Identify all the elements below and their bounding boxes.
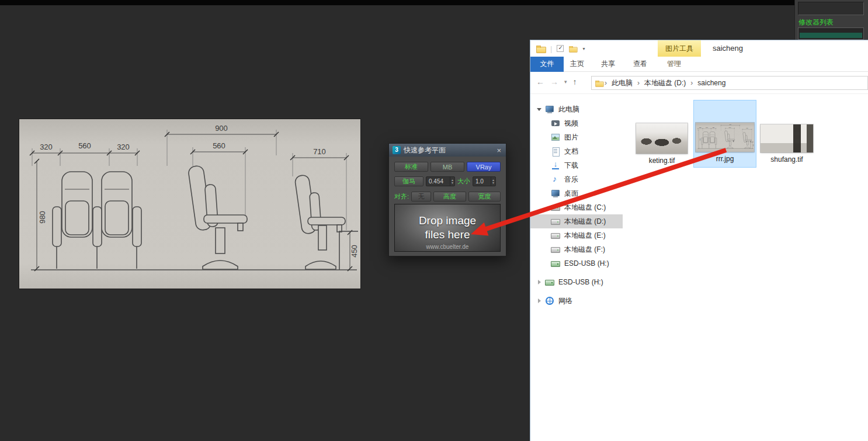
desktop-icon <box>551 189 560 198</box>
breadcrumb-drive-d[interactable]: 本地磁盘 (D:) <box>640 78 690 88</box>
tab-manage[interactable]: 管理 <box>662 57 686 72</box>
file-item-shufang[interactable]: shufang.tif <box>761 124 813 164</box>
gamma-value: 0.454 <box>429 178 450 185</box>
spinner-arrows-icon[interactable]: ▴▾ <box>450 177 454 186</box>
dialog-titlebar[interactable]: 3 快速参考平面 × <box>389 144 506 157</box>
modifier-stack-row[interactable] <box>800 33 862 38</box>
quick-access-toolbar: | ✓ ▾ <box>536 40 585 57</box>
file-item-keting[interactable]: keting.tif <box>636 123 688 165</box>
sidebar-label: 音乐 <box>564 175 578 185</box>
sidebar-item-disk-e[interactable]: 本地磁盘 (E:) <box>530 228 623 242</box>
music-icon <box>551 175 560 184</box>
size-spinner[interactable]: 1.0 ▴▾ <box>473 176 496 186</box>
gamma-spinner[interactable]: 0.454 ▴▾ <box>426 176 455 186</box>
tab-share[interactable]: 共享 <box>596 57 620 72</box>
tab-view[interactable]: 查看 <box>629 57 652 72</box>
disk-icon <box>551 245 560 254</box>
file-thumbnail <box>636 123 688 154</box>
sidebar-item-downloads[interactable]: 下载 <box>530 158 623 172</box>
sidebar-label: 本地磁盘 (E:) <box>564 231 606 241</box>
picture-tools-tab[interactable]: 图片工具 <box>658 40 701 57</box>
network-icon <box>545 296 554 305</box>
sidebar-item-disk-d[interactable]: 本地磁盘 (D:) <box>530 214 623 228</box>
file-name: rrr.jpg <box>716 155 734 163</box>
close-icon[interactable]: × <box>495 146 502 155</box>
sidebar-item-music[interactable]: 音乐 <box>530 172 623 186</box>
sidebar-label: ESD-USB (H:) <box>564 259 609 268</box>
drop-zone[interactable]: Drop image files here www.cbuelter.de <box>394 204 501 252</box>
back-button[interactable]: ← <box>536 77 544 86</box>
sidebar-label: 文档 <box>564 147 578 157</box>
drop-zone-text: Drop image files here <box>419 214 476 242</box>
gamma-button[interactable]: 伽马 <box>394 176 423 186</box>
address-row: ← → ▾ ↑ › 此电脑 › 本地磁盘 (D:) › saicheng <box>530 72 868 94</box>
sidebar-item-this-pc[interactable]: 此电脑 <box>530 102 623 116</box>
folder-icon <box>595 79 603 86</box>
address-bar[interactable]: › 此电脑 › 本地磁盘 (D:) › saicheng <box>591 76 868 90</box>
desktop-top-strip <box>0 0 794 5</box>
modifier-list-label: 修改器列表 <box>798 18 834 27</box>
qat-dropdown-icon[interactable]: ▾ <box>582 46 585 51</box>
disk-icon <box>551 203 560 212</box>
history-dropdown-icon[interactable]: ▾ <box>564 79 567 85</box>
navigation-pane: 此电脑 视频 图片 文档 下载 音乐 桌面 本地磁盘 (C:) <box>530 94 623 441</box>
sidebar-item-pictures[interactable]: 图片 <box>530 130 623 144</box>
mb-button[interactable]: MB <box>430 162 464 172</box>
download-icon <box>551 161 560 170</box>
align-none-button[interactable]: 无 <box>411 192 431 202</box>
usb-drive-icon <box>545 277 554 287</box>
forward-button[interactable]: → <box>550 77 558 86</box>
expander-icon[interactable] <box>537 107 542 112</box>
sidebar-label: 图片 <box>564 133 578 143</box>
checkbox-icon[interactable]: ✓ <box>557 45 564 52</box>
sidebar-label: ESD-USB (H:) <box>558 278 603 286</box>
up-button[interactable]: ↑ <box>573 77 577 86</box>
max-name-field[interactable] <box>798 2 864 15</box>
sidebar-item-usb-h[interactable]: ESD-USB (H:) <box>530 256 623 270</box>
folder-icon[interactable] <box>570 45 578 51</box>
align-width-button[interactable]: 宽度 <box>468 192 501 202</box>
file-thumbnail <box>761 124 813 152</box>
sidebar-label: 本地磁盘 (F:) <box>564 245 605 255</box>
computer-icon <box>545 105 554 114</box>
toolbar-separator: | <box>550 44 552 53</box>
align-label: 对齐: <box>394 192 409 201</box>
sidebar-label: 桌面 <box>564 189 578 199</box>
dialog-title: 快速参考平面 <box>404 145 492 155</box>
ribbon-tabs: 文件 主页 共享 查看 管理 <box>530 57 868 72</box>
spinner-arrows-icon[interactable]: ▴▾ <box>491 177 495 186</box>
tab-home[interactable]: 主页 <box>565 57 589 72</box>
max-command-panel: 修改器列表 <box>794 0 868 40</box>
breadcrumb-this-pc[interactable]: 此电脑 <box>607 78 637 88</box>
max-logo-icon: 3 <box>393 146 401 154</box>
sidebar-item-videos[interactable]: 视频 <box>530 116 623 130</box>
disk-icon <box>551 217 560 226</box>
tab-file[interactable]: 文件 <box>530 57 564 72</box>
sidebar-item-documents[interactable]: 文档 <box>530 144 623 158</box>
sidebar-label: 本地磁盘 (C:) <box>564 203 606 213</box>
video-icon <box>551 119 560 128</box>
modifier-stack[interactable] <box>798 27 864 40</box>
breadcrumb-folder[interactable]: saicheng <box>693 79 730 87</box>
file-item-rrr-selected[interactable]: rrr.jpg <box>693 100 756 168</box>
explorer-titlebar[interactable]: | ✓ ▾ 图片工具 saicheng <box>530 40 868 57</box>
quick-reference-plane-dialog: 3 快速参考平面 × 标准 MB VRay 伽马 0.454 ▴▾ 大小 1.0… <box>388 143 506 256</box>
file-list-area[interactable]: keting.tif rrr.jpg shufang.tif <box>623 94 868 441</box>
expander-icon[interactable] <box>537 298 542 304</box>
size-value: 1.0 <box>475 178 491 185</box>
size-label: 大小 <box>457 177 470 186</box>
disk-icon <box>551 231 560 240</box>
sidebar-label: 下载 <box>564 161 578 171</box>
sidebar-item-network[interactable]: 网络 <box>530 294 623 308</box>
sidebar-item-disk-c[interactable]: 本地磁盘 (C:) <box>530 200 623 214</box>
sidebar-label: 网络 <box>558 296 572 306</box>
sidebar-item-disk-f[interactable]: 本地磁盘 (F:) <box>530 242 623 256</box>
folder-icon <box>536 45 546 53</box>
sidebar-item-usb-h-root[interactable]: ESD-USB (H:) <box>530 275 623 289</box>
vray-button[interactable]: VRay <box>467 162 501 172</box>
align-height-button[interactable]: 高度 <box>433 192 466 202</box>
sidebar-item-desktop[interactable]: 桌面 <box>530 186 623 200</box>
sidebar-label: 此电脑 <box>558 105 579 114</box>
expander-icon[interactable] <box>537 280 542 285</box>
standard-button[interactable]: 标准 <box>394 162 428 172</box>
